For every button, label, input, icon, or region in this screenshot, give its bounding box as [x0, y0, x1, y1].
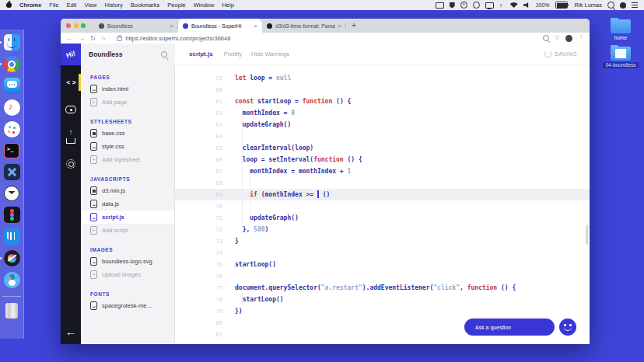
add-file-button[interactable]: Add page [81, 96, 174, 109]
file-item[interactable]: d3.min.js [81, 184, 174, 197]
circle-icon[interactable] [473, 2, 480, 9]
ask-question-button[interactable]: Ask a question [464, 318, 555, 336]
code-line[interactable]: 77document.querySelector("a.restart").ad… [175, 282, 590, 294]
code-line[interactable]: 64 [175, 131, 590, 142]
photos-dock-icon[interactable] [4, 250, 20, 266]
spotlight-icon[interactable] [607, 2, 614, 9]
chrome-dock-icon[interactable] [4, 56, 20, 72]
file-search-icon[interactable] [161, 51, 167, 57]
code-line[interactable]: 70 [175, 200, 590, 212]
menu-item-view[interactable]: View [84, 2, 96, 9]
file-item[interactable]: script.js [81, 211, 174, 224]
code-line[interactable]: 69 if (monthIndex >= () [175, 189, 590, 200]
vscode-dock-icon[interactable] [4, 164, 20, 180]
tab-close-icon[interactable]: × [338, 23, 341, 30]
close-window-button[interactable] [66, 23, 71, 28]
browser-tab[interactable]: Boundless - SuperHi× [178, 19, 262, 33]
volume-icon[interactable] [523, 2, 530, 8]
url-field[interactable]: https://editor.superhi.com/projects/3664… [125, 35, 230, 42]
browser-menu-icon[interactable]: ⋮ [578, 35, 584, 41]
menu-item-history[interactable]: History [105, 2, 123, 9]
forward-icon[interactable]: → [79, 34, 86, 42]
add-file-button[interactable]: Add script [81, 224, 174, 237]
menu-user-name[interactable]: Rik Lomas [575, 2, 602, 9]
browser-tab[interactable]: Boundless× [94, 19, 178, 33]
code-line[interactable]: 67 monthIndex = monthIndex + 1 [175, 165, 590, 177]
settings-gear-icon[interactable] [61, 154, 81, 174]
wifi-icon[interactable] [510, 2, 518, 8]
display-icon[interactable] [485, 2, 494, 9]
code-line[interactable]: 61const startLoop = function () { [175, 96, 590, 107]
prettify-button[interactable]: Prettify [224, 50, 242, 57]
arrow-icon[interactable] [499, 2, 505, 9]
back-arrow-button[interactable]: ← [61, 325, 81, 338]
menu-item-window[interactable]: Window [194, 2, 215, 9]
minimize-window-button[interactable] [74, 23, 79, 28]
code-line[interactable]: 62 monthIndex = 0 [175, 107, 590, 119]
clock-icon[interactable] [460, 2, 467, 9]
code-view-icon[interactable] [61, 72, 81, 92]
code-line[interactable]: 60 [175, 84, 590, 96]
file-item[interactable]: data.js [81, 197, 174, 211]
back-icon[interactable]: ← [66, 34, 73, 42]
reload-icon[interactable]: ↻ [90, 34, 96, 42]
intercom-dock-icon[interactable] [4, 228, 20, 245]
code-line[interactable]: 78 startLoop() [175, 294, 590, 305]
ssl-lock-icon[interactable] [117, 37, 122, 41]
file-item[interactable]: index.html [81, 82, 174, 96]
file-item[interactable]: base.css [81, 127, 174, 140]
screen-mirroring-icon[interactable] [436, 2, 444, 9]
code-line[interactable]: 68 [175, 177, 590, 189]
desktop-icon[interactable]: 04-boundless [603, 47, 638, 68]
code-line[interactable]: 59let loop = null [175, 72, 590, 84]
code-scrollbar[interactable] [586, 225, 588, 245]
trash-dock-icon[interactable] [5, 303, 18, 318]
menu-item-file[interactable]: File [49, 2, 58, 9]
home-icon[interactable]: ⌂ [101, 34, 105, 42]
menu-item-chrome[interactable]: Chrome [19, 2, 41, 9]
code-line[interactable]: 76 [175, 270, 590, 282]
hide-warnings-button[interactable]: Hide Warnings [251, 50, 289, 57]
bookmark-star-icon[interactable]: ☆ [555, 35, 560, 41]
superhi-logo[interactable]: Hi! [61, 44, 81, 65]
code-line[interactable]: 74 [175, 247, 590, 259]
add-file-button[interactable]: Upload images [81, 268, 174, 281]
menu-item-people[interactable]: People [167, 2, 185, 9]
terminal-dock-icon[interactable] [4, 143, 19, 158]
code-line[interactable]: 73} [175, 235, 590, 247]
code-editor[interactable]: 59let loop = null6061const startLoop = f… [175, 65, 590, 344]
preview-eye-icon[interactable] [61, 99, 81, 120]
music-dock-icon[interactable] [4, 99, 20, 116]
slack-dock-icon[interactable] [4, 121, 20, 137]
add-file-button[interactable]: Add stylesheet [81, 153, 174, 166]
tab-close-icon[interactable]: × [254, 23, 257, 30]
open-file-tab[interactable]: script.js [189, 50, 213, 57]
code-line[interactable]: 71 updateGraph() [175, 212, 590, 224]
code-line[interactable]: 66 loop = setInterval(function () { [175, 154, 590, 165]
shield-icon[interactable] [450, 2, 455, 9]
siri-icon[interactable] [620, 2, 626, 9]
profile-avatar[interactable] [565, 35, 572, 42]
menu-item-edit[interactable]: Edit [66, 2, 76, 9]
help-smiley-button[interactable] [559, 318, 576, 336]
file-item[interactable]: spacegrotesk-me... [81, 299, 174, 312]
desktop-icon[interactable]: home [611, 19, 631, 41]
code-line[interactable]: 72 }, 500) [175, 224, 590, 235]
mail-dock-icon[interactable] [4, 186, 19, 201]
file-item[interactable]: boundless-logo.svg [81, 255, 174, 268]
twitterrific-dock-icon[interactable] [4, 272, 20, 288]
browser-tab[interactable]: d3/d3-time-format: Parse an× [262, 19, 346, 33]
menu-item-bookmarks[interactable]: Bookmarks [131, 2, 160, 9]
file-item[interactable]: style.css [81, 140, 174, 153]
code-line[interactable]: 79}) [175, 305, 590, 317]
share-upload-icon[interactable] [61, 127, 81, 147]
apple-icon[interactable] [6, 2, 12, 8]
code-line[interactable]: 63 updateGraph() [175, 119, 590, 131]
search-icon[interactable] [543, 35, 549, 41]
messages-dock-icon[interactable] [4, 78, 20, 94]
zoom-window-button[interactable] [81, 23, 86, 28]
figma-dock-icon[interactable] [4, 207, 20, 223]
tab-close-icon[interactable]: × [170, 23, 173, 30]
notification-center-icon[interactable] [632, 2, 638, 8]
code-line[interactable]: 75startLoop() [175, 259, 590, 270]
